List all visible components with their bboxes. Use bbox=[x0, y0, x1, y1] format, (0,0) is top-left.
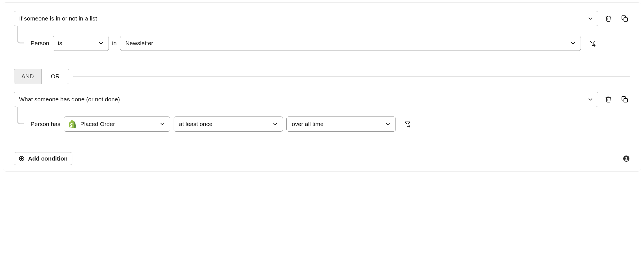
list-select[interactable]: Newsletter bbox=[120, 36, 581, 51]
event-label: Placed Order bbox=[69, 120, 115, 128]
timeframe-select[interactable]: over all time bbox=[286, 116, 396, 132]
svg-rect-4 bbox=[624, 99, 627, 102]
frequency-label: at least once bbox=[179, 121, 212, 127]
svg-point-12 bbox=[625, 157, 627, 159]
chevron-down-icon bbox=[98, 40, 104, 46]
logic-operator-toggle[interactable]: AND OR bbox=[14, 69, 69, 84]
segment-builder-panel: If someone is in or not in a list Person… bbox=[3, 2, 641, 172]
prefix-label: Person has bbox=[31, 121, 60, 127]
chevron-down-icon bbox=[385, 121, 391, 127]
add-condition-button[interactable]: Add condition bbox=[14, 152, 72, 165]
delete-condition-button[interactable] bbox=[604, 15, 612, 22]
chevron-down-icon bbox=[272, 121, 278, 127]
duplicate-condition-button[interactable] bbox=[621, 15, 629, 22]
svg-rect-0 bbox=[624, 18, 627, 21]
condition-sub-row: Person is in Newsletter bbox=[14, 36, 630, 51]
frequency-select[interactable]: at least once bbox=[174, 116, 283, 132]
add-filter-button[interactable] bbox=[589, 39, 597, 47]
logic-operator-row: AND OR bbox=[14, 69, 630, 84]
logic-and-button[interactable]: AND bbox=[14, 69, 42, 84]
condition-sub-row: Person has Placed Order at least once ov… bbox=[14, 116, 630, 132]
condition-type-select[interactable]: If someone is in or not in a list bbox=[14, 11, 598, 26]
add-filter-button[interactable] bbox=[404, 120, 411, 128]
chevron-down-icon bbox=[570, 40, 576, 46]
condition-type-label: What someone has done (or not done) bbox=[19, 96, 120, 103]
condition-row: If someone is in or not in a list bbox=[14, 11, 630, 26]
chevron-down-icon bbox=[587, 15, 594, 22]
event-select[interactable]: Placed Order bbox=[64, 116, 170, 132]
person-icon bbox=[622, 155, 630, 163]
add-condition-label: Add condition bbox=[28, 155, 68, 162]
section-divider bbox=[14, 147, 630, 147]
footer-row: Add condition bbox=[14, 152, 630, 165]
delete-condition-button[interactable] bbox=[604, 95, 612, 103]
chevron-down-icon bbox=[587, 96, 594, 102]
condition-row: What someone has done (or not done) bbox=[14, 92, 630, 107]
shopify-icon bbox=[69, 120, 76, 128]
condition-actions bbox=[604, 95, 630, 103]
operator-select[interactable]: is bbox=[53, 36, 109, 51]
prefix-label: Person bbox=[31, 40, 49, 47]
duplicate-condition-button[interactable] bbox=[621, 95, 629, 103]
logic-or-button[interactable]: OR bbox=[42, 69, 69, 84]
condition-actions bbox=[604, 15, 630, 22]
plus-circle-icon bbox=[19, 156, 25, 162]
mid-label: in bbox=[112, 40, 117, 47]
divider-line bbox=[73, 76, 630, 77]
timeframe-label: over all time bbox=[292, 121, 323, 127]
operator-label: is bbox=[58, 40, 62, 47]
list-label: Newsletter bbox=[125, 40, 153, 47]
condition-type-select[interactable]: What someone has done (or not done) bbox=[14, 92, 598, 107]
chevron-down-icon bbox=[159, 121, 165, 127]
condition-type-label: If someone is in or not in a list bbox=[19, 15, 97, 22]
